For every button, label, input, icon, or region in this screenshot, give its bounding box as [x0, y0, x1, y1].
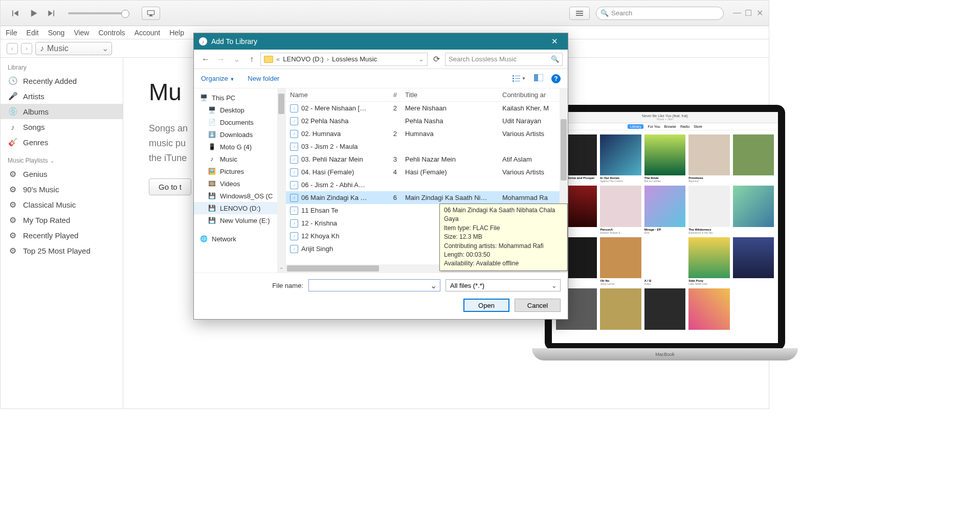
menu-help[interactable]: Help	[169, 29, 184, 37]
file-row[interactable]: 06 - Jism 2 - Abhi A…	[286, 178, 568, 191]
tree-item-music[interactable]: ♪Music	[194, 153, 285, 165]
album-card[interactable]: In Our BonesAgainst The Current	[600, 134, 641, 183]
album-card[interactable]	[733, 186, 774, 234]
mb-tab-radio[interactable]: Radio	[680, 125, 689, 128]
sidebar-item-top-25-most-played[interactable]: Top 25 Most Played	[1, 243, 123, 258]
search-input[interactable]: 🔍 Search	[596, 7, 724, 20]
file-row[interactable]: 03 - Jism 2 - Maula	[286, 140, 568, 153]
sidebar-item-genius[interactable]: Genius	[1, 166, 123, 182]
sidebar-item-songs[interactable]: ♪Songs	[1, 119, 123, 134]
menu-edit[interactable]: Edit	[27, 29, 39, 37]
col-name-header[interactable]: Name	[286, 91, 386, 99]
preview-pane-button[interactable]	[534, 74, 543, 83]
breadcrumb-root[interactable]: LENOVO (D:)	[283, 55, 323, 63]
mb-tab-store[interactable]: Store	[694, 125, 702, 128]
tree-item-new-volume-e-[interactable]: 💾New Volume (E:)	[194, 214, 285, 227]
organize-button[interactable]: Organize ▼	[201, 75, 234, 82]
minimize-button[interactable]: —	[733, 8, 741, 18]
file-row[interactable]: 02 - Mere Nishaan […2Mere NishaanKailash…	[286, 102, 568, 115]
tree-item-windows8-os-c[interactable]: 💾Windows8_OS (C	[194, 190, 285, 202]
breadcrumb-leaf[interactable]: Lossless Music	[332, 55, 377, 63]
file-list-header[interactable]: Name # Title Contributing ar	[286, 88, 568, 102]
mb-tab-foryou[interactable]: For You	[648, 125, 660, 128]
col-num-header[interactable]: #	[386, 91, 401, 99]
file-row[interactable]: 02. Humnava2HumnavaVarious Artists	[286, 127, 568, 140]
open-button[interactable]: Open	[463, 299, 509, 312]
sidebar-item-classical-music[interactable]: Classical Music	[1, 197, 123, 212]
file-row[interactable]: 06 Main Zindagi Ka …6Main Zindagi Ka Saa…	[286, 191, 568, 204]
nav-forward-button[interactable]: ›	[21, 43, 32, 54]
tree-item-pictures[interactable]: 🖼️Pictures	[194, 165, 285, 177]
refresh-button[interactable]: ⟳	[430, 53, 443, 66]
album-card[interactable]	[733, 134, 774, 183]
cancel-button[interactable]: Cancel	[515, 299, 561, 312]
album-card[interactable]: PrimitivesBayonne	[688, 134, 729, 183]
dlg-up-button[interactable]: ↑	[245, 53, 258, 66]
col-artist-header[interactable]: Contributing ar	[498, 91, 557, 99]
view-mode-button[interactable]: ▼	[513, 75, 526, 82]
nav-back-button[interactable]: ‹	[7, 43, 18, 54]
mb-tab-library[interactable]: Library	[628, 124, 643, 129]
mb-tab-browse[interactable]: Browse	[664, 125, 676, 128]
dlg-forward-button[interactable]: →	[214, 53, 228, 66]
album-card[interactable]: A / BKaleo	[644, 237, 685, 285]
maximize-button[interactable]: ☐	[744, 8, 752, 18]
album-card[interactable]	[733, 237, 774, 285]
menu-file[interactable]: File	[6, 29, 17, 37]
album-card[interactable]	[600, 288, 641, 330]
album-card[interactable]: The WildernessExplosions in the Sky	[688, 186, 729, 234]
tree-item-videos[interactable]: 🎞️Videos	[194, 177, 285, 190]
file-row[interactable]: 03. Pehli Nazar Mein3Pehli Nazar MeinAti…	[286, 153, 568, 166]
breadcrumb-dropdown-icon[interactable]: ⌄	[418, 55, 424, 63]
sidebar-item-genres[interactable]: 🎸Genres	[1, 134, 123, 150]
album-card[interactable]: Oh NoJessy Lanza	[600, 237, 641, 285]
help-button[interactable]: ?	[551, 74, 561, 83]
sidebar-item-recently-played[interactable]: Recently Played	[1, 228, 123, 243]
tree-item-moto-g-4-[interactable]: 📱Moto G (4)	[194, 141, 285, 153]
filename-input[interactable]	[308, 279, 440, 291]
goto-store-button[interactable]: Go to t	[149, 178, 191, 195]
tree-item-desktop[interactable]: 🖥️Desktop	[194, 104, 285, 116]
file-row[interactable]: 04. Hasi (Female)4Hasi (Female)Various A…	[286, 166, 568, 178]
album-card[interactable]: PersonAEdward Sharpe &…	[600, 186, 641, 234]
list-view-button[interactable]	[569, 7, 590, 20]
dlg-recent-button[interactable]: ⌄	[230, 53, 243, 66]
album-card[interactable]	[644, 288, 685, 330]
album-card[interactable]: Mirage - EPElse	[644, 186, 685, 234]
tree-scrollbar[interactable]: ⌄	[277, 88, 285, 273]
menu-controls[interactable]: Controls	[98, 29, 125, 37]
category-selector[interactable]: ♪ Music	[35, 42, 112, 55]
menu-song[interactable]: Song	[48, 29, 65, 37]
tree-item-downloads[interactable]: ⬇️Downloads	[194, 128, 285, 141]
tree-item-network[interactable]: 🌐Network	[194, 233, 285, 245]
volume-slider[interactable]	[68, 12, 129, 14]
dialog-titlebar[interactable]: ♪ Add To Library ✕	[194, 33, 568, 50]
new-folder-button[interactable]: New folder	[248, 75, 279, 82]
menu-view[interactable]: View	[74, 29, 89, 37]
tree-item-documents[interactable]: 📄Documents	[194, 116, 285, 128]
close-window-button[interactable]: ✕	[755, 8, 764, 18]
playlists-heading[interactable]: Music Playlists ⌄	[1, 155, 123, 166]
airplay-button[interactable]	[142, 7, 160, 20]
sidebar-item-90-s-music[interactable]: 90's Music	[1, 182, 123, 197]
album-card[interactable]: The BrideBat for Lashes	[644, 134, 685, 183]
dialog-close-button[interactable]: ✕	[546, 33, 563, 50]
prev-button[interactable]	[8, 7, 22, 19]
file-row[interactable]: 02 Pehla NashaPehla NashaUdit Narayan	[286, 115, 568, 127]
next-button[interactable]	[44, 7, 59, 19]
breadcrumb[interactable]: « LENOVO (D:) › Lossless Music ⌄	[260, 53, 428, 66]
sidebar-item-artists[interactable]: 🎤Artists	[1, 88, 123, 104]
album-card[interactable]: Side PonyLake Street Dive	[688, 237, 729, 285]
col-title-header[interactable]: Title	[401, 91, 498, 99]
tree-item-this-pc[interactable]: 🖥️This PC	[194, 92, 285, 104]
tree-item-lenovo-d-[interactable]: 💾LENOVO (D:)	[194, 202, 285, 214]
play-button[interactable]	[26, 7, 40, 19]
sidebar-item-recently-added[interactable]: 🕓Recently Added	[1, 73, 123, 88]
menu-account[interactable]: Account	[135, 29, 161, 37]
dlg-back-button[interactable]: ←	[199, 53, 212, 66]
album-card[interactable]	[688, 288, 729, 330]
file-filter-select[interactable]: All files (*.*)	[446, 279, 561, 291]
dialog-search-input[interactable]: Search Lossless Music 🔍	[445, 53, 563, 66]
sidebar-item-albums[interactable]: 💿Albums	[1, 104, 123, 119]
sidebar-item-my-top-rated[interactable]: My Top Rated	[1, 212, 123, 228]
